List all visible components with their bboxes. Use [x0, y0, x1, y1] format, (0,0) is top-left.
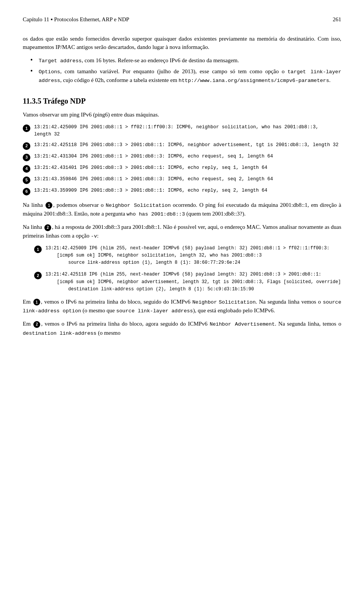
entry-2-text: 13:21:42.425118 IP6 2001:db8::3 > 2001:d…: [34, 142, 341, 149]
dest-link-address-code: destination link-address: [23, 331, 96, 336]
entry-2-number: 2: [23, 142, 30, 150]
entry-6-number: 6: [23, 188, 30, 195]
bullet-list: Target address, com 16 bytes. Refere-se …: [30, 56, 341, 85]
verbose-block: 1 13:21:42.425009 IP6 (hlim 255, next-he…: [34, 245, 341, 293]
section-name: Tráfego NDP: [43, 97, 86, 105]
verbose-2-line3: destination link-address option (2), len…: [46, 286, 341, 293]
verbose-2-text: 13:21:42.425118 IP6 (hlim 255, next-head…: [46, 271, 341, 293]
entry-1-number: 1: [23, 124, 30, 132]
final-para-2: Em 2, vemos o IPv6 na primeira linha do …: [23, 320, 341, 337]
target-label: Target address: [39, 58, 82, 64]
bullet-item-options: Options, com tamanho variável. Por enqua…: [30, 67, 341, 85]
entry-3: 3 13:21:42.431304 IP6 2001:db8::1 > 2001…: [23, 153, 341, 161]
neighbor-solicitation-code: Neighbor Solicitation: [106, 203, 171, 208]
verbose-1-number: 1: [34, 246, 42, 253]
verbose-2-number: 2: [34, 272, 42, 279]
verbose-1-text: 13:21:42.425009 IP6 (hlim 255, next-head…: [46, 245, 341, 267]
final-para-1: Em 1, vemos o IPv6 na primeira linha do …: [23, 298, 341, 315]
para-line1: Na linha 1, podemos observar o Neighbor …: [23, 201, 341, 219]
section-title: 11.3.5 Tráfego NDP: [23, 95, 341, 107]
entry-5: 5 13:21:43.359846 IP6 2001:db8::1 > 2001…: [23, 176, 341, 184]
para-line2: Na linha 2, há a resposta de 2001:db8::3…: [23, 223, 341, 240]
section-intro: Vamos observar um ping IPv6 (ping6) entr…: [23, 110, 341, 119]
circle-f2: 2: [33, 321, 40, 328]
circle-2: 2: [44, 224, 51, 231]
entry-4-text: 13:21:42.431401 IP6 2001:db8::3 > 2001:d…: [34, 164, 341, 172]
options-label: Options: [39, 69, 60, 75]
verbose-1-line3: source link-address option (1), length 8…: [46, 259, 341, 266]
verbose-2-line2: [icmp6 sum ok] ICMP6, neighbor advertise…: [46, 279, 341, 286]
neighbor-code: Neighbor: [192, 299, 217, 305]
bullet-item-target: Target address, com 16 bytes. Refere-se …: [30, 56, 341, 65]
section-number: 11.3.5: [23, 97, 41, 105]
solicitation-code: Solicitation: [219, 299, 256, 305]
numbered-entries-list: 1 13:21:42.425009 IP6 2001:db8::1 > ff02…: [23, 124, 341, 195]
entry-3-number: 3: [23, 154, 30, 161]
entry-3-text: 13:21:42.431304 IP6 2001:db8::1 > 2001:d…: [34, 153, 341, 160]
verbose-entry-1: 1 13:21:42.425009 IP6 (hlim 255, next-he…: [34, 245, 341, 267]
page-number: 261: [333, 15, 342, 24]
entry-5-text: 13:21:43.359846 IP6 2001:db8::1 > 2001:d…: [34, 176, 341, 183]
source-link-layer-code: source link-layer address: [116, 308, 193, 314]
neighbor-adv-code: Nei­hbor Advertisement: [210, 321, 275, 327]
who-has-code: who has 2001:db8::3: [127, 211, 185, 217]
entry-1-text: 13:21:42.425009 IP6 2001:db8::1 > ff02::…: [34, 124, 341, 139]
entry-2: 2 13:21:42.425118 IP6 2001:db8::3 > 2001…: [23, 142, 341, 150]
entry-6-text: 13:21:43.359909 IP6 2001:db8::3 > 2001:d…: [34, 187, 341, 194]
option-v-code: -v: [91, 233, 97, 239]
page-header: Capítulo 11 ▪ Protocolos Ethernet, ARP e…: [23, 15, 341, 24]
verbose-1-line2: [icmp6 sum ok] ICMP6, neighbor solicitat…: [46, 252, 341, 259]
bullet-target-text: Target address, com 16 bytes. Refere-se …: [39, 57, 239, 63]
bullet-options-text: Options, com tamanho variável. Por enqua…: [39, 68, 341, 83]
entry-1: 1 13:21:42.425009 IP6 2001:db8::1 > ff02…: [23, 124, 341, 139]
entry-6: 6 13:21:43.359909 IP6 2001:db8::3 > 2001…: [23, 187, 341, 195]
circle-1: 1: [46, 202, 52, 209]
entry-4: 4 13:21:42.431401 IP6 2001:db8::3 > 2001…: [23, 164, 341, 173]
entry-4-number: 4: [23, 165, 30, 173]
circle-f1: 1: [33, 299, 40, 306]
intro-paragraph: os dados que estão sendo fornecidos deve…: [23, 35, 341, 52]
chapter-title: Capítulo 11 ▪ Protocolos Ethernet, ARP e…: [23, 15, 129, 24]
verbose-entry-2: 2 13:21:42.425118 IP6 (hlim 255, next-he…: [34, 271, 341, 293]
entry-5-number: 5: [23, 176, 30, 184]
